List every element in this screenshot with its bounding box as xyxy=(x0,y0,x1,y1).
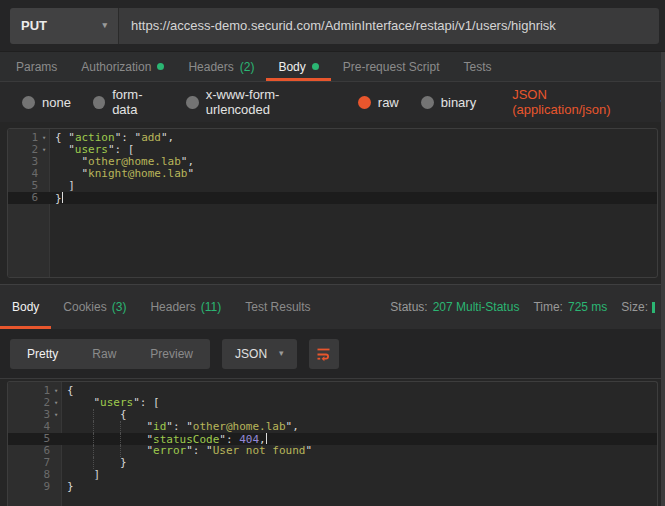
indent xyxy=(67,421,93,433)
request-tab-authorization[interactable]: Authorization xyxy=(69,52,176,81)
fold-arrow-icon[interactable]: ▾ xyxy=(50,409,62,421)
token: } xyxy=(67,480,74,493)
token: ": " xyxy=(166,420,193,433)
token: add xyxy=(141,131,161,144)
body-type-label: form-data xyxy=(112,87,164,117)
indent xyxy=(55,144,68,156)
code-text: { xyxy=(62,409,127,421)
fold-arrow-icon[interactable]: ▾ xyxy=(50,385,62,397)
indent xyxy=(55,156,81,168)
response-tabs: BodyCookies(3)Headers(11)Test Results xyxy=(0,285,323,329)
token: " xyxy=(187,167,194,180)
text-cursor xyxy=(266,433,267,444)
fold-arrow-icon[interactable]: ▾ xyxy=(50,397,62,409)
request-tab-pre-request-script[interactable]: Pre-request Script xyxy=(331,52,452,81)
status-value: 207 Multi-Status xyxy=(433,300,520,314)
line-gutter: 1▾ xyxy=(8,385,62,397)
code-text: } xyxy=(62,481,74,493)
token: { xyxy=(67,384,74,397)
editor-line: 5] xyxy=(8,180,657,192)
response-tab-headers[interactable]: Headers(11) xyxy=(138,285,233,329)
request-tab-params[interactable]: Params xyxy=(4,52,69,81)
token: " xyxy=(305,444,312,457)
view-mode-raw[interactable]: Raw xyxy=(75,339,133,369)
status-label: Status: xyxy=(390,300,427,314)
request-tab-body[interactable]: Body xyxy=(266,52,330,81)
response-tab-cookies[interactable]: Cookies(3) xyxy=(51,285,138,329)
url-text: https://access-demo.securid.com/AdminInt… xyxy=(131,18,556,33)
tab-label: Test Results xyxy=(245,300,310,314)
view-mode-preview[interactable]: Preview xyxy=(133,339,210,369)
radio-icon xyxy=(22,96,35,109)
code-text: "error": "User not found" xyxy=(62,445,312,457)
body-type-none[interactable]: none xyxy=(22,95,71,110)
radio-icon xyxy=(186,96,198,109)
url-input[interactable]: https://access-demo.securid.com/AdminInt… xyxy=(118,8,659,44)
line-gutter: 4 xyxy=(8,421,62,433)
request-editor-area: 1▾{ "action": "add",2▾"users": [3"other@… xyxy=(0,122,665,284)
body-type-label: binary xyxy=(441,95,476,110)
token: error xyxy=(153,444,186,457)
fold-arrow-icon[interactable]: ▾ xyxy=(38,132,50,144)
editor-line: 9} xyxy=(8,481,657,493)
indent-guide xyxy=(93,433,119,445)
code-text: "id": "other@home.lab", xyxy=(62,421,299,433)
content-type-dropdown[interactable]: JSON (application/json) ▾ xyxy=(512,87,665,117)
indent xyxy=(67,457,93,469)
tab-label: Tests xyxy=(463,60,491,74)
body-type-options: noneform-datax-www-form-urlencodedrawbin… xyxy=(22,87,476,117)
wrap-lines-button[interactable] xyxy=(309,339,339,369)
line-gutter: 2▾ xyxy=(8,397,62,409)
response-tab-test-results[interactable]: Test Results xyxy=(233,285,322,329)
token: ] xyxy=(68,179,75,192)
line-gutter: 3▾ xyxy=(8,409,62,421)
line-gutter: 6 xyxy=(8,192,50,204)
token: ": " xyxy=(186,444,213,457)
view-mode-pretty[interactable]: Pretty xyxy=(10,339,75,369)
request-tab-headers[interactable]: Headers(2) xyxy=(176,52,266,81)
indent-guide xyxy=(93,445,119,457)
tab-label: Body xyxy=(12,300,39,314)
line-gutter: 2▾ xyxy=(8,144,50,156)
code-text: ] xyxy=(50,180,75,192)
response-body-editor[interactable]: 1▾{2▾"users": [3▾{4"id": "other@home.lab… xyxy=(7,381,658,506)
tab-count-badge: (3) xyxy=(112,300,127,314)
request-tab-tests[interactable]: Tests xyxy=(451,52,503,81)
indent-guide xyxy=(93,409,119,421)
text-cursor xyxy=(62,192,63,203)
line-gutter: 5 xyxy=(8,180,50,192)
size-value-clipped xyxy=(652,302,655,313)
tab-label: Headers xyxy=(150,300,195,314)
response-tab-body[interactable]: Body xyxy=(0,285,51,329)
chevron-down-icon: ▾ xyxy=(279,349,284,358)
body-type-binary[interactable]: binary xyxy=(421,95,476,110)
body-type-raw[interactable]: raw xyxy=(358,95,399,110)
editor-line: 4"knight@home.lab" xyxy=(8,168,657,180)
body-type-form-data[interactable]: form-data xyxy=(93,87,165,117)
rest-client-window: PUT ▾ https://access-demo.securid.com/Ad… xyxy=(0,0,665,506)
tab-count-badge: (2) xyxy=(240,60,255,74)
tab-label: Body xyxy=(278,60,305,74)
method-selector[interactable]: PUT ▾ xyxy=(10,8,118,44)
window-scrollbar[interactable] xyxy=(661,52,665,506)
request-body-editor[interactable]: 1▾{ "action": "add",2▾"users": [3"other@… xyxy=(7,128,658,278)
line-gutter: 3 xyxy=(8,156,50,168)
request-bar: PUT ▾ https://access-demo.securid.com/Ad… xyxy=(0,0,665,52)
language-dropdown[interactable]: JSON ▾ xyxy=(222,339,297,369)
token: id xyxy=(153,420,166,433)
radio-icon xyxy=(358,96,371,109)
token: " xyxy=(68,143,75,156)
method-label: PUT xyxy=(21,18,47,33)
body-type-label: none xyxy=(42,95,71,110)
token: ", xyxy=(161,131,174,144)
indent xyxy=(67,409,93,421)
token: ] xyxy=(93,468,100,481)
fold-arrow-icon[interactable]: ▾ xyxy=(38,144,50,156)
time-value: 725 ms xyxy=(568,300,607,314)
token: knight@home.lab xyxy=(88,167,187,180)
green-dot-icon xyxy=(157,63,164,70)
token: } xyxy=(55,192,62,205)
tab-label: Cookies xyxy=(63,300,106,314)
code-text: { xyxy=(62,385,74,397)
body-type-x-www-form-urlencoded[interactable]: x-www-form-urlencoded xyxy=(186,87,335,117)
